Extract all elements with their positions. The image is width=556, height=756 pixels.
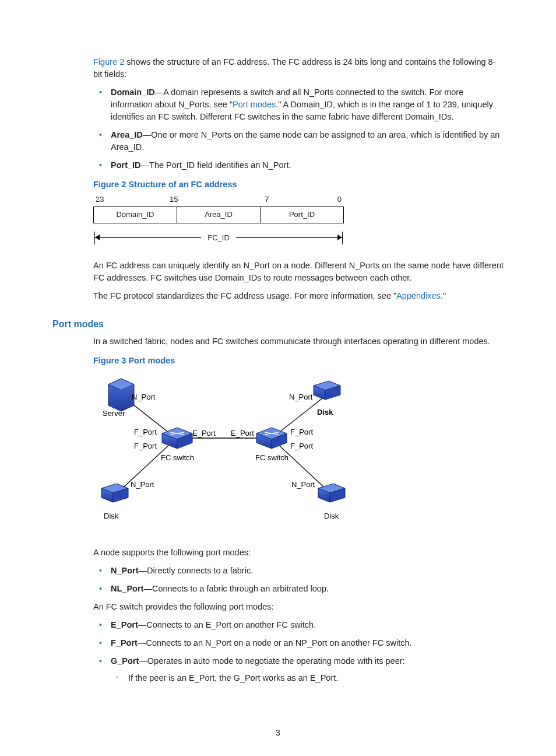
heading-port-modes: Port modes [52,317,504,331]
paragraph: The FC protocol standardizes the FC addr… [93,290,504,302]
fig3-label-eport: E_Port [231,429,254,438]
list-item: Area_ID—One or more N_Ports on the same … [93,129,504,153]
figure-2-caption: Figure 2 Structure of an FC address [93,178,504,191]
paragraph: An FC switch provides the following port… [93,601,504,613]
fig3-label-fcswitch: FC switch [255,453,288,462]
fig3-label-fport: F_Port [134,442,157,450]
page-number: 3 [0,727,556,738]
fig3-label-disk: Disk [324,512,339,520]
link-port-modes[interactable]: Port modes [233,100,276,109]
fig3-label-eport: E_Port [192,429,216,438]
sub-list-item: If the peer is an E_Port, the G_Port wor… [111,672,504,684]
fig3-label-disk: Disk [104,512,119,520]
list-item: NL_Port—Connects to a fabric through an … [93,583,504,595]
fig3-label-server: Server [103,409,125,418]
figure-3-diagram: N_Port Server N_Port Disk F_Port F_Port … [93,372,504,533]
fig3-label-nport: N_Port [131,480,154,489]
list-item: E_Port—Connects to an E_Port on another … [93,619,504,631]
fig3-label-nport: N_Port [289,393,313,401]
list-item: F_Port—Connects to an N_Port on a node o… [93,637,504,649]
link-appendixes[interactable]: Appendixes [396,291,441,300]
fig3-label-nport: N_Port [132,393,156,401]
fig2-tick: 7 [236,194,298,205]
paragraph: A node supports the following port modes… [93,547,504,559]
fig3-label-fport: F_Port [290,442,313,450]
fig3-label-fport: F_Port [290,428,313,436]
intro-paragraph: Figure 2 shows the structure of an FC ad… [93,56,504,80]
node-port-list: N_Port—Directly connects to a fabric.NL_… [93,565,504,595]
link-figure-2[interactable]: Figure 2 [93,57,124,66]
list-item: Domain_ID—A domain represents a switch a… [93,86,504,123]
figure-3-caption: Figure 3 Port modes [93,355,504,367]
fig3-label-fport: F_Port [134,428,157,436]
field-bullet-list: Domain_ID—A domain represents a switch a… [93,86,504,172]
fig3-label-fcswitch: FC switch [161,453,194,462]
fig2-bracket-label: FC_ID [201,233,236,244]
fig2-cell-domain: Domain_ID [94,207,177,223]
paragraph: In a switched fabric, nodes and FC switc… [93,335,504,348]
fig2-tick: 15 [143,194,205,205]
list-item: N_Port—Directly connects to a fabric. [93,565,504,577]
paragraph: An FC address can uniquely identify an N… [93,260,504,284]
fig2-cell-port: Port_ID [261,207,343,223]
switch-port-list: E_Port—Connects to an E_Port on another … [93,619,504,684]
fig2-cell-area: Area_ID [177,207,261,223]
figure-2-diagram: 23 15 7 0 Domain_ID Area_ID Port_ID FC_I… [93,194,344,249]
list-item: G_Port—Operates in auto mode to negotiat… [93,655,504,684]
list-item: Port_ID—The Port_ID field identifies an … [93,159,504,172]
fig3-label-disk: Disk [317,408,333,416]
fig3-label-nport: N_Port [291,480,315,489]
